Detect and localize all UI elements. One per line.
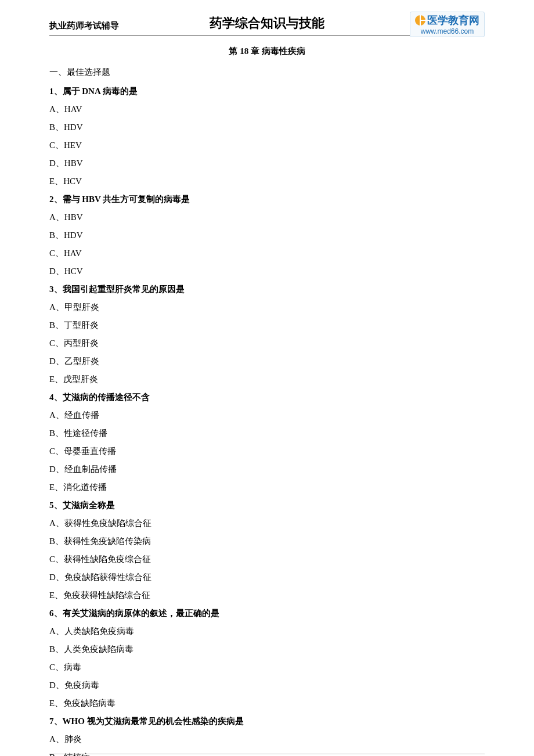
question-text: 5、艾滋病全称是 [49, 499, 485, 512]
option: A、人类缺陷免疫病毒 [49, 625, 485, 638]
option: C、病毒 [49, 661, 485, 674]
document-page: 执业药师考试辅导 药学综合知识与技能 医学教育网 www.med66.com 第… [0, 0, 534, 756]
question-block: 7、WHO 视为艾滋病最常见的机会性感染的疾病是 A、肺炎 B、结核病 [49, 715, 485, 756]
logo-container: 医学教育网 www.med66.com [410, 12, 485, 37]
option: D、乙型肝炎 [49, 355, 485, 368]
header-logo-box: 医学教育网 www.med66.com [410, 12, 485, 37]
option: B、丁型肝炎 [49, 319, 485, 332]
logo-text: 医学教育网 [427, 13, 479, 27]
option: D、HBV [49, 157, 485, 170]
question-block: 5、艾滋病全称是 A、获得性免疫缺陷综合征 B、获得性免疫缺陷传染病 C、获得性… [49, 499, 485, 602]
option: B、HDV [49, 121, 485, 134]
question-block: 4、艾滋病的传播途径不含 A、经血传播 B、性途径传播 C、母婴垂直传播 D、经… [49, 391, 485, 494]
option: C、HAV [49, 247, 485, 260]
option: C、母婴垂直传播 [49, 445, 485, 458]
question-block: 6、有关艾滋病的病原体的叙述，最正确的是 A、人类缺陷免疫病毒 B、人类免疫缺陷… [49, 607, 485, 710]
option: A、HAV [49, 103, 485, 116]
option: B、获得性免疫缺陷传染病 [49, 535, 485, 548]
option: D、免疫病毒 [49, 679, 485, 692]
option: E、消化道传播 [49, 481, 485, 494]
option: C、丙型肝炎 [49, 337, 485, 350]
option: B、人类免疫缺陷病毒 [49, 643, 485, 656]
option: E、免疫获得性缺陷综合征 [49, 589, 485, 602]
section-title: 一、最佳选择题 [49, 66, 485, 78]
header-left-text: 执业药师考试辅导 [49, 20, 119, 31]
logo-url: www.med66.com [415, 27, 479, 35]
page-header: 执业药师考试辅导 药学综合知识与技能 医学教育网 www.med66.com [49, 15, 485, 35]
question-text: 1、属于 DNA 病毒的是 [49, 85, 485, 98]
question-text: 7、WHO 视为艾滋病最常见的机会性感染的疾病是 [49, 715, 485, 728]
option: A、甲型肝炎 [49, 301, 485, 314]
option: C、获得性缺陷免疫综合征 [49, 553, 485, 566]
logo-line1: 医学教育网 [415, 13, 479, 27]
option: D、免疫缺陷获得性综合征 [49, 571, 485, 584]
logo-icon [415, 15, 425, 26]
page-footer: 医学教育网 www.med66.com 版权所有 第 1 页 [49, 754, 485, 756]
option: E、HCV [49, 175, 485, 188]
option: A、经血传播 [49, 409, 485, 422]
option: A、肺炎 [49, 733, 485, 746]
option: B、性途径传播 [49, 427, 485, 440]
option: E、免疫缺陷病毒 [49, 697, 485, 710]
question-block: 3、我国引起重型肝炎常见的原因是 A、甲型肝炎 B、丁型肝炎 C、丙型肝炎 D、… [49, 283, 485, 386]
question-text: 4、艾滋病的传播途径不含 [49, 391, 485, 404]
option: B、HDV [49, 229, 485, 242]
chapter-title: 第 18 章 病毒性疾病 [49, 46, 485, 57]
question-text: 6、有关艾滋病的病原体的叙述，最正确的是 [49, 607, 485, 620]
option: A、HBV [49, 211, 485, 224]
option: A、获得性免疫缺陷综合征 [49, 517, 485, 530]
question-text: 3、我国引起重型肝炎常见的原因是 [49, 283, 485, 296]
question-block: 2、需与 HBV 共生方可复制的病毒是 A、HBV B、HDV C、HAV D、… [49, 193, 485, 278]
content-body: 一、最佳选择题 1、属于 DNA 病毒的是 A、HAV B、HDV C、HEV … [49, 66, 485, 756]
option: C、HEV [49, 139, 485, 152]
option: E、戊型肝炎 [49, 373, 485, 386]
option: D、经血制品传播 [49, 463, 485, 476]
question-block: 1、属于 DNA 病毒的是 A、HAV B、HDV C、HEV D、HBV E、… [49, 85, 485, 188]
option: D、HCV [49, 265, 485, 278]
question-text: 2、需与 HBV 共生方可复制的病毒是 [49, 193, 485, 206]
